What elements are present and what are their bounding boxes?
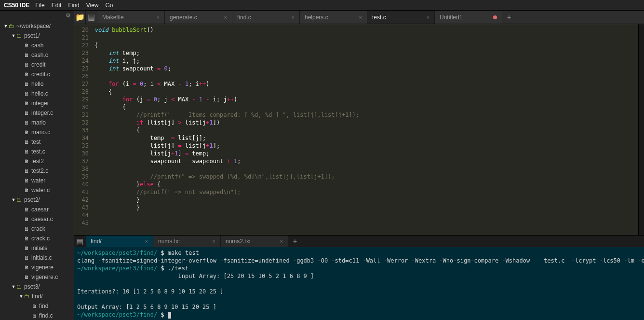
- tree-file[interactable]: 🗎water: [0, 176, 74, 185]
- close-icon[interactable]: ×: [292, 14, 295, 20]
- tab-test-c[interactable]: test.c×: [367, 11, 435, 24]
- tab-label: Makefile: [102, 14, 124, 21]
- chevron-down-icon: ▼: [11, 33, 16, 38]
- tree-file[interactable]: 🗎credit.c: [0, 70, 74, 79]
- tree-file[interactable]: 🗎caesar: [0, 205, 74, 214]
- tree-item-label: water: [31, 177, 45, 184]
- chevron-down-icon: ▼: [3, 24, 9, 28]
- tree-item-label: mario: [31, 119, 46, 126]
- tree-folder[interactable]: ▼🗀pset2/: [0, 195, 74, 205]
- tree-file[interactable]: 🗎vigenere: [0, 263, 74, 272]
- menu-view[interactable]: View: [86, 2, 99, 9]
- terminal-tab-nums-txt[interactable]: nums.txt×: [153, 236, 221, 247]
- editor-tabbar: 📁 ▤ Makefile×generate.c×find.c×helpers.c…: [74, 11, 644, 24]
- terminal-tabbar: ▤ find/×nums.txt×nums2.txt× ＋: [74, 236, 644, 247]
- tab-generate-c[interactable]: generate.c×: [165, 11, 232, 24]
- tree-file[interactable]: 🗎hello: [0, 79, 74, 89]
- tree-file[interactable]: 🗎credit: [0, 60, 74, 70]
- gear-icon[interactable]: ⚙: [66, 12, 71, 19]
- tree-item-label: cash: [31, 42, 43, 49]
- menu-edit[interactable]: Edit: [52, 2, 62, 9]
- folder-icon: 🗀: [24, 293, 30, 300]
- tree-file[interactable]: 🗎crack.c: [0, 234, 74, 243]
- tree-file[interactable]: 🗎initials: [0, 243, 74, 253]
- terminal-tab-add-button[interactable]: ＋: [288, 236, 302, 247]
- tree-file[interactable]: 🗎hello.c: [0, 89, 74, 98]
- close-icon[interactable]: ×: [157, 14, 160, 20]
- file-icon: 🗎: [24, 120, 29, 125]
- sidebar: ⚙ ▼🗀~/workspace/▼🗀pset1/🗎cash🗎cash.c🗎cre…: [0, 11, 74, 320]
- tree-file[interactable]: 🗎integer: [0, 98, 74, 108]
- code-area[interactable]: void bubbleSort() { int temp; int i, j; …: [93, 24, 638, 235]
- tree-file[interactable]: 🗎water.c: [0, 185, 74, 195]
- file-icon: 🗎: [24, 129, 29, 135]
- tree-item-label: find/: [32, 293, 43, 300]
- tree-file[interactable]: 🗎integer.c: [0, 108, 74, 118]
- tree-item-label: initials: [31, 245, 47, 251]
- menu-file[interactable]: File: [35, 2, 44, 9]
- tree-file[interactable]: 🗎cash: [0, 41, 74, 50]
- tree-item-label: find.c: [39, 312, 53, 319]
- scrollbar[interactable]: [638, 24, 644, 235]
- terminal-tab-nums2-txt[interactable]: nums2.txt×: [221, 236, 288, 247]
- tree-file[interactable]: 🗎caesar.c: [0, 214, 74, 224]
- file-icon: 🗎: [24, 236, 29, 241]
- panel-icon[interactable]: ▤: [86, 11, 97, 24]
- tree-file[interactable]: 🗎vigenere.c: [0, 272, 74, 282]
- tab-helpers-c[interactable]: helpers.c×: [300, 11, 367, 24]
- tree-folder[interactable]: ▼🗀find/: [0, 292, 74, 301]
- terminal[interactable]: ~/workspace/pset3/find/ $ make testclang…: [74, 247, 644, 320]
- tree-item-label: test2: [31, 158, 44, 165]
- tree-file[interactable]: 🗎find.c: [0, 311, 74, 320]
- close-icon[interactable]: ×: [359, 14, 362, 20]
- tree-file[interactable]: 🗎crack: [0, 224, 74, 234]
- tab-label: find/: [91, 238, 102, 245]
- folder-icon: 🗀: [16, 283, 22, 290]
- tree-file[interactable]: 🗎test2: [0, 156, 74, 166]
- close-icon[interactable]: ×: [145, 238, 148, 244]
- tree-folder[interactable]: ▼🗀~/workspace/: [0, 21, 74, 31]
- line-gutter: 2021222324252627282930313233343536373839…: [74, 24, 93, 235]
- tree-file[interactable]: 🗎find: [0, 301, 74, 311]
- file-icon: 🗎: [24, 178, 29, 183]
- tree-item-label: test2.c: [31, 167, 48, 174]
- tree-file[interactable]: 🗎mario.c: [0, 127, 74, 137]
- code-editor[interactable]: 2021222324252627282930313233343536373839…: [74, 24, 644, 235]
- file-icon: 🗎: [24, 168, 29, 174]
- terminal-panel-icon[interactable]: ▤: [74, 236, 86, 247]
- menu-find[interactable]: Find: [68, 2, 79, 9]
- file-icon: 🗎: [24, 149, 29, 154]
- close-icon[interactable]: ×: [213, 238, 215, 244]
- file-icon: 🗎: [24, 255, 29, 261]
- tree-item-label: hello.c: [31, 90, 48, 97]
- file-icon: 🗎: [24, 264, 29, 270]
- tree-item-label: find: [39, 303, 48, 309]
- folder-icon[interactable]: 📁: [74, 11, 86, 24]
- folder-icon: 🗀: [16, 32, 22, 39]
- tree-item-label: pset3/: [24, 283, 40, 290]
- tree-item-label: vigenere.c: [31, 274, 58, 280]
- terminal-tab-find-[interactable]: find/×: [86, 236, 153, 247]
- tree-file[interactable]: 🗎mario: [0, 118, 74, 127]
- tab-label: find.c: [237, 14, 251, 21]
- tree-file[interactable]: 🗎test.c: [0, 147, 74, 156]
- tab-untitled1[interactable]: Untitled1: [435, 11, 502, 24]
- file-icon: 🗎: [24, 81, 29, 87]
- tree-folder[interactable]: ▼🗀pset1/: [0, 31, 74, 41]
- tree-item-label: credit: [31, 61, 45, 68]
- tree-item-label: crack: [31, 225, 45, 232]
- tree-folder[interactable]: ▼🗀pset3/: [0, 282, 74, 292]
- tree-file[interactable]: 🗎test: [0, 137, 74, 147]
- tree-file[interactable]: 🗎test2.c: [0, 166, 74, 176]
- tab-add-button[interactable]: ＋: [502, 11, 516, 24]
- file-tree[interactable]: ▼🗀~/workspace/▼🗀pset1/🗎cash🗎cash.c🗎credi…: [0, 20, 74, 320]
- close-icon[interactable]: ×: [427, 14, 429, 20]
- close-icon[interactable]: ×: [224, 14, 227, 20]
- tree-file[interactable]: 🗎initials.c: [0, 253, 74, 263]
- tab-find-c[interactable]: find.c×: [232, 11, 300, 24]
- tree-item-label: test: [31, 139, 40, 145]
- tab-makefile[interactable]: Makefile×: [97, 11, 165, 24]
- tree-file[interactable]: 🗎cash.c: [0, 50, 74, 60]
- close-icon[interactable]: ×: [280, 238, 283, 244]
- menu-go[interactable]: Go: [106, 2, 113, 9]
